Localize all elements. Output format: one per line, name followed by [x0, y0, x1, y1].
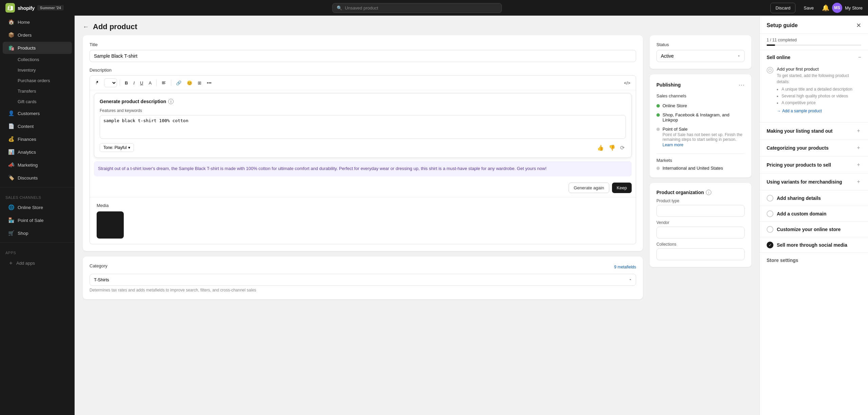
- discard-button[interactable]: Discard: [770, 3, 795, 13]
- market-intl: International and United States: [656, 166, 745, 171]
- sidebar-item-orders[interactable]: 📦 Orders: [3, 29, 72, 41]
- customize-label: Customize your online store: [777, 227, 841, 232]
- sidebar-item-marketing[interactable]: 📣 Marketing: [3, 159, 72, 171]
- product-type-label: Product type: [656, 199, 745, 203]
- paragraph-select[interactable]: Paragraph: [104, 78, 117, 87]
- layout: 🏠 Home 📦 Orders 🛍️ Products Collections …: [0, 16, 868, 415]
- sidebar-item-shop[interactable]: 🛒 Shop: [3, 227, 72, 239]
- underline-button[interactable]: U: [138, 79, 145, 87]
- share-button[interactable]: ⟳: [619, 144, 626, 152]
- notifications-icon[interactable]: 🔔: [822, 4, 829, 12]
- category-select[interactable]: T-Shirts: [90, 274, 636, 286]
- media-area: [97, 211, 629, 239]
- add-apps-label: Add apps: [16, 261, 35, 266]
- variants-chevron-icon: [856, 178, 861, 185]
- more-button[interactable]: •••: [205, 79, 214, 87]
- page-header: ← Add product: [75, 16, 760, 35]
- vendor-input[interactable]: [656, 227, 745, 239]
- tone-button[interactable]: Tone: Playful ▾: [100, 143, 134, 152]
- sidebar-item-inventory[interactable]: Inventory: [3, 65, 72, 75]
- publishing-more-button[interactable]: ⋯: [738, 81, 745, 89]
- category-header: Category 9 metafields: [90, 263, 636, 271]
- italic-button[interactable]: I: [131, 79, 137, 87]
- sidebar-item-finances[interactable]: 💰 Finances: [3, 133, 72, 145]
- code-button[interactable]: </>: [622, 79, 632, 87]
- sales-channels-section-label: Sales channels: [0, 190, 75, 201]
- channel-pos: Point of Sale Point of Sale has not been…: [656, 125, 745, 149]
- progress-bar: [767, 44, 861, 46]
- feedback-buttons: 👍 👎 ⟳: [596, 144, 626, 152]
- content-area: Title Description Paragraph: [75, 35, 760, 307]
- sidebar-item-gift-cards[interactable]: Gift cards: [3, 97, 72, 107]
- guide-listing-section[interactable]: Making your listing stand out: [760, 122, 868, 139]
- guide-domain-item: Add a custom domain: [760, 206, 868, 222]
- save-button[interactable]: Save: [798, 3, 819, 13]
- collections-input[interactable]: [656, 248, 745, 260]
- sidebar-item-purchase-orders[interactable]: Purchase orders: [3, 76, 72, 86]
- progress-fill: [767, 44, 775, 46]
- sidebar-item-home[interactable]: 🏠 Home: [3, 16, 72, 28]
- sidebar-item-discounts[interactable]: 🏷️ Discounts: [3, 172, 72, 184]
- add-apps-button[interactable]: ＋ Add apps: [3, 257, 72, 269]
- guide-pricing-section[interactable]: Pricing your products to sell: [760, 156, 868, 173]
- first-product-sub: To get started, add the following produc…: [777, 73, 861, 114]
- sidebar-item-online-store[interactable]: 🌐 Online Store: [3, 201, 72, 213]
- product-type-input[interactable]: [656, 205, 745, 217]
- sidebar-discounts-label: Discounts: [18, 175, 38, 181]
- sidebar-item-transfers[interactable]: Transfers: [3, 86, 72, 96]
- sidebar-item-customers[interactable]: 👤 Customers: [3, 107, 72, 119]
- back-button[interactable]: ←: [83, 23, 89, 31]
- features-textarea[interactable]: sample black t-shirt 100% cotton: [100, 115, 626, 139]
- add-sample-product-link[interactable]: → Add a sample product: [777, 108, 861, 114]
- keep-button[interactable]: Keep: [612, 183, 632, 193]
- align-button[interactable]: [159, 79, 168, 87]
- category-card: Category 9 metafields T-Shirts Determine…: [83, 257, 643, 299]
- thumbs-down-button[interactable]: 👎: [607, 144, 617, 152]
- link-button[interactable]: 🔗: [174, 79, 183, 87]
- status-card: Status Active Draft Archived: [650, 35, 751, 69]
- product-org-info-icon[interactable]: i: [706, 190, 711, 195]
- pos-icon: 🏪: [8, 217, 14, 223]
- avatar[interactable]: MS: [832, 3, 842, 13]
- sell-online-header[interactable]: Sell online: [767, 54, 861, 60]
- sidebar-item-content[interactable]: 📄 Content: [3, 120, 72, 132]
- info-icon[interactable]: i: [168, 99, 174, 104]
- guide-categorizing-section[interactable]: Categorizing your products: [760, 139, 868, 156]
- sidebar-item-point-of-sale[interactable]: 🏪 Point of Sale: [3, 214, 72, 226]
- format-btn[interactable]: [93, 79, 103, 87]
- sidebar-item-collections[interactable]: Collections: [3, 55, 72, 64]
- generate-again-button[interactable]: Generate again: [569, 183, 609, 193]
- logo-text: shopify: [18, 5, 35, 11]
- sidebar-item-products[interactable]: 🛍️ Products: [3, 42, 72, 54]
- social-check: ✓: [767, 242, 773, 248]
- title-input[interactable]: [90, 50, 636, 62]
- search-bar[interactable]: 🔍 Unsaved product: [332, 3, 502, 13]
- table-button[interactable]: ⊞: [196, 79, 203, 87]
- media-thumbnail[interactable]: [97, 211, 124, 239]
- publishing-card: Publishing ⋯ Sales channels Online Store: [650, 74, 751, 177]
- status-select[interactable]: Active Draft Archived: [656, 50, 745, 62]
- bold-button[interactable]: B: [123, 79, 130, 87]
- thumbs-up-button[interactable]: 👍: [596, 144, 605, 152]
- search-area[interactable]: 🔍 Unsaved product: [332, 3, 502, 13]
- guide-close-button[interactable]: ✕: [856, 22, 861, 29]
- sidebar-item-analytics[interactable]: 📊 Analytics: [3, 146, 72, 158]
- emoji-button[interactable]: 😊: [185, 79, 194, 87]
- first-product-check: [767, 67, 773, 74]
- guide-variants-section[interactable]: Using variants for merchandising: [760, 173, 868, 190]
- color-button[interactable]: A: [146, 79, 154, 87]
- pos-channel-sub: Point of Sale has not been set up. Finis…: [663, 132, 745, 142]
- search-text: Unsaved product: [345, 5, 378, 11]
- gen-footer: Tone: Playful ▾ 👍 👎 ⟳: [100, 143, 626, 152]
- channel-online-store: Online Store: [656, 101, 745, 110]
- bullet-1: A unique title and a detailed descriptio…: [782, 86, 861, 92]
- variants-label: Using variants for merchandising: [767, 179, 842, 185]
- learn-more-link[interactable]: Learn more: [663, 143, 683, 147]
- pricing-chevron-icon: [856, 161, 861, 168]
- setup-guide-panel: Setup guide ✕ 1 / 11 completed Sell onli…: [760, 16, 868, 415]
- metafields-badge[interactable]: 9 metafields: [614, 265, 636, 269]
- analytics-icon: 📊: [8, 149, 14, 155]
- domain-check: [767, 210, 773, 217]
- facebook-status-dot: [656, 113, 660, 117]
- bullet-3: A competitive price: [782, 100, 861, 106]
